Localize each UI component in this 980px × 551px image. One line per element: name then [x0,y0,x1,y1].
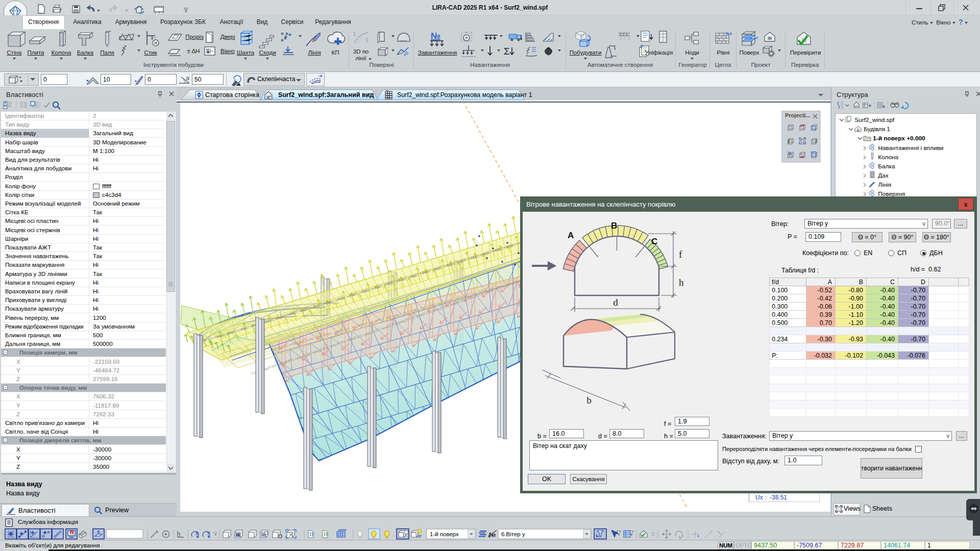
svg-text:b: b [586,395,592,406]
svg-text:d: d [613,297,618,308]
svg-text:h: h [679,277,684,288]
svg-text:1-й поверх: 1-й поверх [430,531,459,537]
svg-text:C: C [651,237,657,246]
svg-text:f: f [679,249,682,260]
svg-text:A: A [568,231,574,240]
svg-text:6.Вітер у: 6.Вітер у [501,531,525,537]
svg-text:1: 1 [365,37,369,43]
svg-text:α: α [186,76,189,81]
svg-text:1: 1 [353,31,356,37]
svg-text:№: № [431,31,440,41]
svg-text:Σ: Σ [504,46,510,57]
svg-text:Y: Y [207,531,210,536]
svg-text:B: B [611,221,617,231]
svg-text:X: X [195,531,199,536]
